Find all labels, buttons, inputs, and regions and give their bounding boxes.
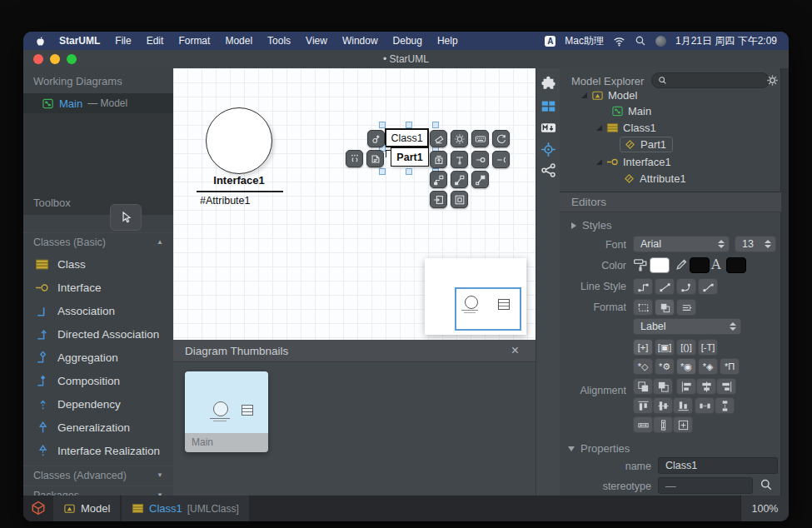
suppress-operations-button[interactable] — [655, 358, 675, 375]
quick-keyboard-edit-button[interactable] — [471, 130, 489, 147]
menu-debug[interactable]: Debug — [393, 35, 422, 47]
quick-sync-button[interactable] — [492, 130, 510, 147]
same-width-button[interactable] — [633, 416, 653, 433]
menu-edit[interactable]: Edit — [147, 35, 164, 47]
toolbox-item-composition[interactable]: Composition — [23, 369, 173, 392]
expand-arrow-icon[interactable] — [596, 125, 602, 131]
toolbox-item-interface-realization[interactable]: Interface Realization — [23, 439, 173, 462]
menu-view[interactable]: View — [306, 35, 327, 47]
send-to-back-button[interactable] — [653, 378, 673, 395]
align-left-button[interactable] — [676, 378, 696, 395]
bring-to-front-button[interactable] — [633, 378, 653, 395]
quick-add-dependency-button[interactable] — [451, 171, 468, 188]
selection-handle[interactable] — [432, 122, 439, 128]
align-bottom-button[interactable] — [673, 397, 693, 414]
same-height-button[interactable] — [653, 416, 673, 433]
tree-item-part1[interactable]: Part1 — [620, 136, 673, 152]
align-top-button[interactable] — [633, 397, 653, 414]
font-family-select[interactable]: Arial — [633, 236, 730, 252]
minimap-viewport[interactable] — [455, 287, 521, 331]
menu-format[interactable]: Format — [178, 35, 210, 47]
menu-model[interactable]: Model — [225, 35, 252, 47]
zoom-level[interactable]: 100% — [740, 496, 789, 521]
toolbox-item-association[interactable]: Association — [23, 299, 173, 322]
extensions-puzzle-icon[interactable] — [541, 75, 556, 91]
quick-frame-button[interactable] — [451, 191, 468, 208]
line-style-curve-button[interactable] — [698, 278, 718, 295]
selected-tree-item[interactable]: Part1 — [620, 137, 673, 152]
toolbox-section-classes-advanced[interactable]: Classes (Advanced) ▼ — [23, 466, 173, 484]
styles-section-header[interactable]: Styles — [571, 219, 611, 232]
show-type-button[interactable] — [698, 339, 718, 356]
toolbox-item-aggregation[interactable]: Aggregation — [23, 346, 173, 369]
statusbar-element-segment[interactable]: Class1 [UMLClass] — [122, 496, 249, 521]
quick-add-attribute-button[interactable] — [430, 151, 447, 168]
stereotype-display-select[interactable]: Label — [633, 318, 741, 335]
statusbar-model-segment[interactable]: Model — [53, 496, 120, 521]
toolbox-item-generalization[interactable]: Generalization — [23, 416, 173, 439]
interface1-ball-shape[interactable] — [206, 107, 272, 174]
format-word-wrap-button[interactable] — [676, 299, 696, 316]
focus-target-icon[interactable] — [541, 142, 556, 157]
wifi-icon[interactable] — [613, 35, 625, 47]
same-size-button[interactable] — [673, 416, 693, 433]
model-explorer-search[interactable] — [651, 72, 770, 88]
relationships-share-icon[interactable] — [541, 162, 556, 178]
format-show-shadow-button[interactable] — [655, 299, 675, 316]
quick-required-interface-button[interactable] — [492, 151, 510, 168]
interface1-name-label[interactable]: Interface1 — [181, 174, 297, 187]
quick-add-operation-button[interactable] — [451, 151, 468, 168]
tree-item-main[interactable]: Main — [611, 102, 651, 119]
line-style-rectilinear-button[interactable] — [633, 278, 653, 295]
toolbox-section-classes-basic[interactable]: Classes (Basic) ▲ — [23, 232, 173, 251]
font-size-select[interactable]: 13 — [735, 236, 776, 252]
diagram-thumbnails-toggle-icon[interactable] — [541, 98, 556, 114]
tree-item-interface1[interactable]: Interface1 — [596, 153, 671, 170]
siri-icon[interactable] — [655, 36, 666, 47]
spotlight-search-icon[interactable] — [635, 35, 646, 47]
part1-shape[interactable]: Part1 — [391, 147, 429, 167]
line-color-swatch[interactable] — [690, 257, 710, 273]
toolbox-item-dependency[interactable]: Dependency — [23, 392, 173, 416]
show-visibility-button[interactable] — [633, 339, 653, 356]
selection-handle[interactable] — [406, 168, 412, 175]
expand-arrow-icon[interactable] — [581, 92, 587, 98]
fill-color-roller-icon[interactable] — [633, 257, 648, 272]
close-panel-icon[interactable]: × — [506, 343, 524, 358]
align-center-button[interactable] — [696, 378, 716, 395]
selection-handle[interactable] — [406, 122, 412, 128]
expand-arrow-icon[interactable] — [596, 159, 602, 165]
toolbox-item-class[interactable]: Class — [23, 252, 173, 276]
suppress-receptions-button[interactable] — [698, 358, 718, 375]
quick-template-parameter-button[interactable] — [346, 150, 363, 167]
stereotype-search-button[interactable] — [760, 478, 773, 491]
show-multiplicity-button[interactable] — [720, 358, 740, 375]
line-color-pencil-icon[interactable] — [675, 257, 689, 271]
tree-item-class1[interactable]: Class1 — [596, 119, 656, 136]
suppress-attributes-button[interactable] — [633, 358, 653, 375]
show-namespace-button[interactable] — [655, 339, 675, 356]
working-diagram-item-main[interactable]: Main — Model — [23, 93, 173, 113]
right-panel-scrollbar[interactable] — [780, 68, 789, 496]
line-style-oblique-button[interactable] — [655, 278, 675, 295]
distribute-horizontal-button[interactable] — [695, 397, 715, 414]
font-color-swatch[interactable] — [726, 257, 746, 273]
fill-color-swatch[interactable] — [650, 257, 670, 273]
menu-window[interactable]: Window — [342, 35, 378, 47]
tree-item-model[interactable]: Model — [581, 87, 637, 103]
selection-handle[interactable] — [379, 168, 386, 175]
distribute-vertical-button[interactable] — [715, 397, 735, 414]
menu-file[interactable]: File — [115, 35, 131, 47]
thumbnail-card-main[interactable]: Main — [185, 371, 268, 452]
selection-handle[interactable] — [379, 122, 386, 128]
toolbox-item-interface[interactable]: Interface — [23, 276, 173, 299]
toolbox-section-packages[interactable]: Packages ▼ — [23, 486, 173, 496]
properties-section-header[interactable]: Properties — [568, 442, 630, 455]
markdown-panel-icon[interactable] — [541, 120, 556, 136]
assistant-label[interactable]: Mac助理 — [565, 34, 604, 48]
quick-add-port-button[interactable] — [367, 130, 385, 147]
line-style-rounded-button[interactable] — [676, 278, 696, 295]
quick-provided-interface-button[interactable] — [471, 151, 489, 168]
menu-staruml[interactable]: StarUML — [59, 35, 100, 47]
quick-add-subclass-button[interactable] — [430, 171, 447, 188]
